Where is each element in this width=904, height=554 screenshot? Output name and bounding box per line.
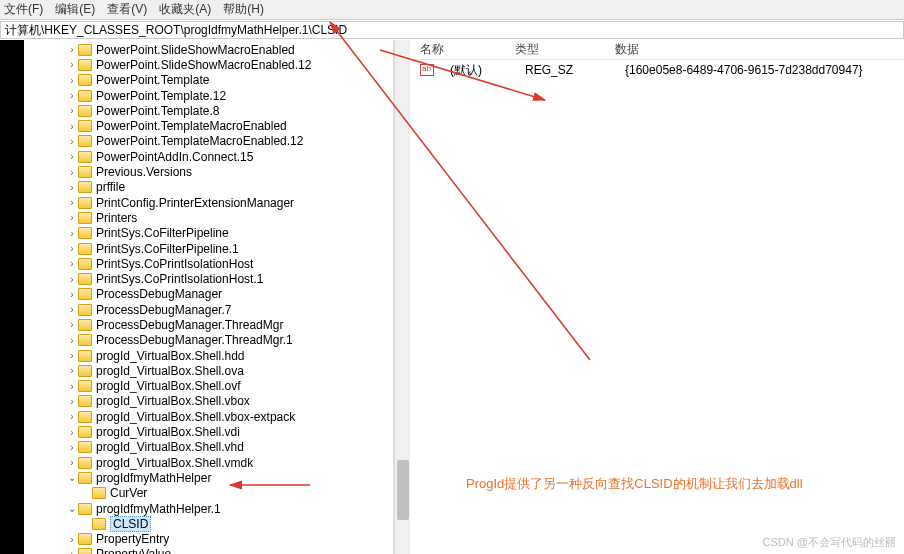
tree-node[interactable]: ›PropertyValue (24, 547, 393, 554)
folder-icon (78, 426, 92, 438)
expand-icon[interactable]: › (66, 167, 78, 178)
tree-node[interactable]: ›PrintConfig.PrinterExtensionManager (24, 195, 393, 210)
registry-tree[interactable]: ›PowerPoint.SlideShowMacroEnabled›PowerP… (24, 40, 394, 554)
col-name[interactable]: 名称 (410, 41, 515, 58)
folder-icon (78, 212, 92, 224)
expand-icon[interactable]: › (66, 289, 78, 300)
expand-icon[interactable]: › (66, 44, 78, 55)
expand-icon[interactable]: › (66, 365, 78, 376)
expand-icon[interactable]: › (66, 381, 78, 392)
tree-node[interactable]: ›ProcessDebugManager.7 (24, 302, 393, 317)
tree-node[interactable]: ⌄progIdfmyMathHelper (24, 470, 393, 485)
expand-icon[interactable]: › (66, 136, 78, 147)
tree-node[interactable]: ›PrintSys.CoFilterPipeline (24, 226, 393, 241)
expand-icon[interactable]: ⌄ (66, 503, 78, 514)
expand-icon[interactable]: › (66, 212, 78, 223)
menu-edit[interactable]: 编辑(E) (55, 1, 95, 18)
expand-icon[interactable]: › (66, 335, 78, 346)
folder-icon (78, 548, 92, 554)
tree-label: PropertyEntry (96, 532, 169, 546)
tree-node[interactable]: ›ProcessDebugManager.ThreadMgr (24, 317, 393, 332)
menu-help[interactable]: 帮助(H) (223, 1, 264, 18)
tree-scrollbar[interactable] (394, 40, 410, 554)
tree-node[interactable]: ›PowerPoint.Template (24, 73, 393, 88)
tree-node[interactable]: ›Printers (24, 210, 393, 225)
tree-label: ProcessDebugManager.ThreadMgr (96, 318, 283, 332)
address-bar[interactable]: 计算机\HKEY_CLASSES_ROOT\progIdfmyMathHelpe… (0, 21, 904, 39)
tree-node[interactable]: ›PrintSys.CoFilterPipeline.1 (24, 241, 393, 256)
menu-fav[interactable]: 收藏夹(A) (159, 1, 211, 18)
tree-node[interactable]: ›PowerPoint.Template.8 (24, 103, 393, 118)
expand-icon[interactable]: › (66, 534, 78, 545)
menu-file[interactable]: 文件(F) (4, 1, 43, 18)
tree-node[interactable]: ›PowerPoint.TemplateMacroEnabled (24, 118, 393, 133)
tree-label: progIdfmyMathHelper.1 (96, 502, 221, 516)
folder-icon (78, 243, 92, 255)
expand-icon[interactable]: ⌄ (66, 472, 78, 483)
tree-node[interactable]: ›PrintSys.CoPrintIsolationHost.1 (24, 271, 393, 286)
tree-label: PowerPoint.SlideShowMacroEnabled (96, 43, 295, 57)
expand-icon[interactable]: › (66, 228, 78, 239)
expand-icon[interactable]: › (66, 75, 78, 86)
value-row[interactable]: (默认) REG_SZ {160e05e8-6489-4706-9615-7d2… (410, 60, 904, 80)
tree-node[interactable]: ›PowerPoint.SlideShowMacroEnabled (24, 42, 393, 57)
expand-icon[interactable]: › (66, 258, 78, 269)
tree-node[interactable]: ›PowerPointAddIn.Connect.15 (24, 149, 393, 164)
tree-node[interactable]: ›progId_VirtualBox.Shell.ovf (24, 379, 393, 394)
expand-icon[interactable]: › (66, 121, 78, 132)
tree-node[interactable]: ›progId_VirtualBox.Shell.ova (24, 363, 393, 378)
tree-node[interactable]: ›Previous.Versions (24, 164, 393, 179)
expand-icon[interactable]: › (66, 243, 78, 254)
tree-node[interactable]: ›progId_VirtualBox.Shell.vbox (24, 394, 393, 409)
folder-icon (92, 487, 106, 499)
tree-node[interactable]: ⌄progIdfmyMathHelper.1 (24, 501, 393, 516)
expand-icon[interactable]: › (66, 319, 78, 330)
expand-icon[interactable]: › (66, 457, 78, 468)
menu-view[interactable]: 查看(V) (107, 1, 147, 18)
tree-label: CurVer (110, 486, 147, 500)
tree-node[interactable]: ›progId_VirtualBox.Shell.vdi (24, 424, 393, 439)
tree-node[interactable]: ›PropertyEntry (24, 532, 393, 547)
folder-icon (78, 457, 92, 469)
value-type: REG_SZ (525, 63, 625, 77)
tree-node[interactable]: ›progId_VirtualBox.Shell.vhd (24, 440, 393, 455)
folder-icon (78, 166, 92, 178)
expand-icon[interactable]: › (66, 304, 78, 315)
tree-node[interactable]: ›progId_VirtualBox.Shell.vmdk (24, 455, 393, 470)
expand-icon[interactable]: › (66, 90, 78, 101)
tree-label: progId_VirtualBox.Shell.vmdk (96, 456, 253, 470)
col-type[interactable]: 类型 (515, 41, 615, 58)
expand-icon[interactable]: › (66, 396, 78, 407)
scrollbar-thumb[interactable] (397, 460, 409, 520)
tree-node[interactable]: ›PowerPoint.TemplateMacroEnabled.12 (24, 134, 393, 149)
tree-node[interactable]: ›ProcessDebugManager (24, 287, 393, 302)
expand-icon[interactable]: › (66, 350, 78, 361)
tree-label: CLSID (110, 516, 151, 532)
tree-node[interactable]: ›PowerPoint.SlideShowMacroEnabled.12 (24, 57, 393, 72)
expand-icon[interactable]: › (66, 182, 78, 193)
string-value-icon (420, 64, 434, 76)
folder-icon (78, 197, 92, 209)
tree-node[interactable]: ›ProcessDebugManager.ThreadMgr.1 (24, 333, 393, 348)
expand-icon[interactable]: › (66, 274, 78, 285)
tree-node[interactable]: ›progId_VirtualBox.Shell.hdd (24, 348, 393, 363)
tree-label: ProcessDebugManager.ThreadMgr.1 (96, 333, 293, 347)
expand-icon[interactable]: › (66, 105, 78, 116)
expand-icon[interactable]: › (66, 151, 78, 162)
folder-icon (78, 273, 92, 285)
left-gutter (0, 40, 24, 554)
expand-icon[interactable]: › (66, 411, 78, 422)
expand-icon[interactable]: › (66, 427, 78, 438)
expand-icon[interactable]: › (66, 442, 78, 453)
tree-node[interactable]: ›prffile (24, 180, 393, 195)
tree-node[interactable]: CLSID (24, 516, 393, 531)
col-data[interactable]: 数据 (615, 41, 904, 58)
tree-node[interactable]: CurVer (24, 486, 393, 501)
tree-node[interactable]: ›PrintSys.CoPrintIsolationHost (24, 256, 393, 271)
expand-icon[interactable]: › (66, 549, 78, 554)
tree-node[interactable]: ›PowerPoint.Template.12 (24, 88, 393, 103)
expand-icon[interactable]: › (66, 59, 78, 70)
tree-node[interactable]: ›progId_VirtualBox.Shell.vbox-extpack (24, 409, 393, 424)
folder-icon (78, 441, 92, 453)
expand-icon[interactable]: › (66, 197, 78, 208)
